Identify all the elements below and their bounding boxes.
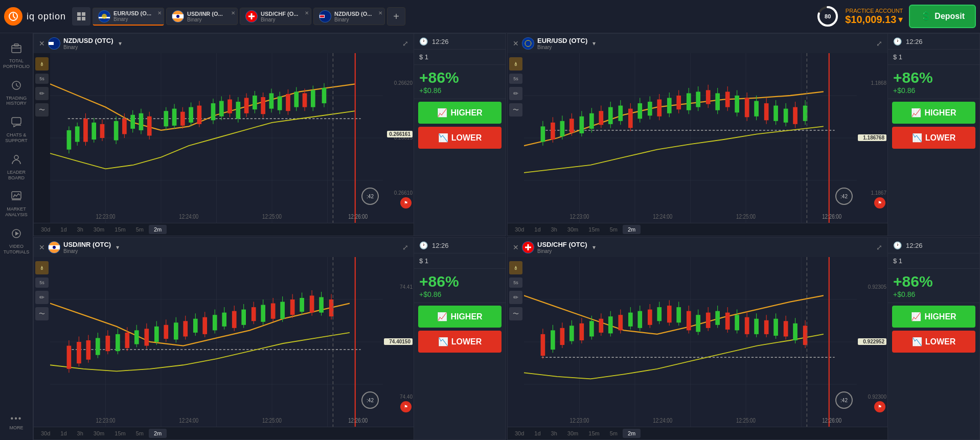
sidebar-item-leaderboard[interactable]: LEADERBOARD: [2, 150, 31, 185]
higher-button-eurusd[interactable]: 📈 HIGHER: [892, 102, 975, 124]
tf-3h-usdchf[interactable]: 3h: [546, 429, 562, 438]
tool-candle-eurusd[interactable]: 🕯: [509, 57, 522, 71]
tab-close-icon-usdinr[interactable]: ✕: [231, 10, 235, 16]
tool-wave-usdchf[interactable]: 〜: [509, 307, 522, 320]
chart-expand-usdchf[interactable]: ⤢: [876, 243, 882, 251]
tf-2m-eurusd[interactable]: 2m: [623, 225, 641, 234]
tf-30d-eurusd[interactable]: 30d: [510, 225, 529, 234]
rip-amount-eurusd[interactable]: $ 1: [888, 50, 979, 65]
tool-pen-nzdusd[interactable]: ✏: [35, 87, 49, 100]
tf-5m-usdchf[interactable]: 5m: [605, 429, 623, 438]
lower-button-usdchf[interactable]: 📉 LOWER: [892, 331, 975, 353]
higher-button-usdinr[interactable]: 📈 HIGHER: [418, 306, 502, 328]
tf-15m-nzdusd[interactable]: 15m: [109, 225, 130, 234]
tool-wave-nzdusd[interactable]: 〜: [35, 103, 49, 117]
chats-icon: [11, 117, 22, 130]
rip-amount-val-eurusd: $ 1: [893, 53, 902, 61]
deposit-button[interactable]: 💲 Deposit: [909, 5, 976, 28]
tool-5s-usdchf[interactable]: 5s: [509, 277, 522, 288]
chart-dropdown-usdinr[interactable]: ▾: [116, 244, 119, 251]
tf-5m-nzdusd[interactable]: 5m: [131, 225, 149, 234]
tf-5m-eurusd[interactable]: 5m: [605, 225, 623, 234]
tf-3h-usdinr[interactable]: 3h: [72, 429, 88, 438]
higher-label-usdinr: HIGHER: [450, 312, 482, 321]
tf-30d-nzdusd[interactable]: 30d: [36, 225, 55, 234]
tf-30d-usdchf[interactable]: 30d: [510, 429, 529, 438]
tool-5s-nzdusd[interactable]: 5s: [35, 74, 49, 84]
chart-expand-nzdusd[interactable]: ⤢: [402, 39, 408, 48]
tf-30d-usdinr[interactable]: 30d: [36, 429, 55, 438]
tab-info-usdchf: USD/CHF (O... Binary: [261, 11, 298, 22]
tool-5s-eurusd[interactable]: 5s: [509, 74, 522, 84]
sidebar-item-history[interactable]: TRADINGHISTORY: [2, 76, 31, 111]
chart-dropdown-usdchf[interactable]: ▾: [592, 244, 596, 251]
chart-expand-eurusd[interactable]: ⤢: [876, 39, 882, 48]
rip-time-val-usdinr: 12:26: [432, 242, 449, 249]
tool-pen-usdchf[interactable]: ✏: [509, 291, 522, 304]
sidebar-item-analysis[interactable]: MARKETANALYSIS: [2, 187, 31, 222]
rip-amount-usdinr[interactable]: $ 1: [414, 253, 506, 269]
clock-icon-usdinr: 🕐: [419, 241, 428, 249]
tf-3h-eurusd[interactable]: 3h: [546, 225, 562, 234]
balance-dropdown-icon[interactable]: ▾: [898, 14, 903, 25]
tf-1d-eurusd[interactable]: 1d: [529, 225, 545, 234]
tool-5s-usdinr[interactable]: 5s: [35, 277, 49, 288]
chart-dropdown-eurusd[interactable]: ▾: [592, 40, 596, 47]
tab-nzdusd[interactable]: ✕ NZD/USD (O... Binary: [313, 8, 385, 25]
tf-5m-usdinr[interactable]: 5m: [131, 429, 149, 438]
tab-close-icon-usdchf[interactable]: ✕: [305, 10, 309, 16]
chart-close-usdinr[interactable]: ✕: [39, 243, 45, 251]
tab-usdinr[interactable]: ✕ USD/INR (O... Binary: [166, 8, 238, 25]
tf-30m-usdinr[interactable]: 30m: [88, 429, 109, 438]
tf-15m-usdinr[interactable]: 15m: [109, 429, 130, 438]
sidebar-item-chats[interactable]: CHATS &SUPPORT: [2, 112, 31, 148]
tool-candle-nzdusd[interactable]: 🕯: [35, 57, 49, 71]
lower-button-usdinr[interactable]: 📉 LOWER: [418, 331, 502, 353]
tool-pen-eurusd[interactable]: ✏: [509, 87, 522, 100]
lower-button-eurusd[interactable]: 📉 LOWER: [892, 127, 975, 149]
sidebar-item-more[interactable]: ••• MORE: [2, 410, 31, 435]
tf-2m-nzdusd[interactable]: 2m: [149, 225, 167, 234]
rip-amount-usdchf[interactable]: $ 1: [888, 253, 979, 269]
tf-30m-usdchf[interactable]: 30m: [562, 429, 583, 438]
tf-2m-usdinr[interactable]: 2m: [149, 429, 167, 438]
sidebar-item-portfolio[interactable]: TOTALPORTFOLIO: [2, 38, 31, 74]
tab-close-icon[interactable]: ✕: [157, 10, 162, 16]
tab-usdchf[interactable]: ✕ USD/CHF (O... Binary: [240, 8, 311, 25]
tf-2m-usdchf[interactable]: 2m: [623, 429, 641, 438]
svg-rect-4: [82, 12, 85, 16]
tf-30m-nzdusd[interactable]: 30m: [88, 225, 109, 234]
chart-main-usdinr: ✕ USD/INR (OTC) Binary ▾ ⤢ 🕯 5s ✏: [34, 238, 414, 439]
sidebar-item-tutorials[interactable]: VIDEOTUTORIALS: [2, 224, 31, 259]
tf-30m-eurusd[interactable]: 30m: [562, 225, 583, 234]
tool-candle-usdinr[interactable]: 🕯: [35, 261, 49, 274]
chart-expand-usdinr[interactable]: ⤢: [402, 243, 408, 251]
tf-1d-usdchf[interactable]: 1d: [529, 429, 545, 438]
chart-dropdown-nzdusd[interactable]: ▾: [119, 40, 122, 47]
account-balance-area[interactable]: PRACTICE ACCOUNT $10,009.13 ▾: [845, 8, 903, 26]
tf-15m-usdchf[interactable]: 15m: [583, 429, 604, 438]
higher-button-nzdusd[interactable]: 📈 HIGHER: [418, 102, 502, 124]
rip-amount-nzdusd[interactable]: $ 1: [414, 50, 506, 65]
tool-wave-usdinr[interactable]: 〜: [35, 307, 49, 320]
add-tab-button[interactable]: +: [387, 7, 405, 26]
tf-3h-nzdusd[interactable]: 3h: [72, 225, 88, 234]
chart-close-eurusd[interactable]: ✕: [513, 39, 519, 48]
tool-candle-usdchf[interactable]: 🕯: [509, 261, 522, 274]
tf-15m-eurusd[interactable]: 15m: [583, 225, 604, 234]
lower-button-nzdusd[interactable]: 📉 LOWER: [418, 127, 502, 149]
tab-name-usdchf: USD/CHF (O...: [261, 11, 298, 17]
tf-1d-usdinr[interactable]: 1d: [55, 429, 72, 438]
grid-layout-button[interactable]: [72, 7, 90, 26]
tf-1d-nzdusd[interactable]: 1d: [55, 225, 72, 234]
tab-eurusd[interactable]: ✕ EUR/USD (O... Binary: [93, 8, 164, 26]
tab-flag-eurusd: [98, 10, 110, 22]
tab-close-icon-nzdusd[interactable]: ✕: [378, 10, 382, 16]
chart-close-usdchf[interactable]: ✕: [513, 243, 519, 251]
chart-close-nzdusd[interactable]: ✕: [39, 39, 45, 48]
tool-pen-usdinr[interactable]: ✏: [35, 291, 49, 304]
higher-button-usdchf[interactable]: 📈 HIGHER: [892, 306, 975, 328]
chart-canvas-eurusd: 🕯 5s ✏ 〜: [508, 53, 887, 223]
tool-wave-eurusd[interactable]: 〜: [509, 103, 522, 117]
rip-payout-usdchf: +86% +$0.86: [888, 269, 979, 303]
